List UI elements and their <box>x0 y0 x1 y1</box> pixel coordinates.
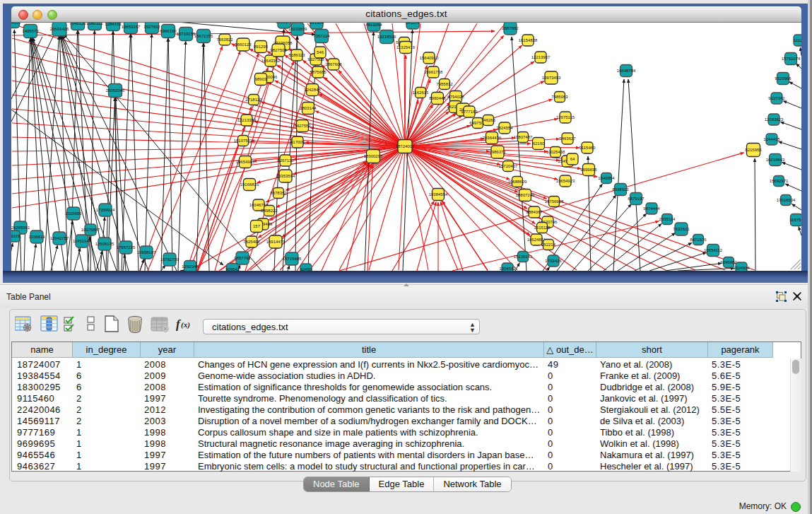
svg-text:9242848: 9242848 <box>304 88 321 92</box>
svg-text:8427552: 8427552 <box>294 124 311 128</box>
svg-text:1292346: 1292346 <box>182 264 199 269</box>
svg-text:10958107: 10958107 <box>137 250 156 255</box>
svg-text:9777169: 9777169 <box>461 110 478 114</box>
svg-text:(x): (x) <box>181 320 190 329</box>
svg-text:16961758: 16961758 <box>424 70 443 74</box>
svg-text:19384554: 19384554 <box>429 192 448 197</box>
svg-text:831304: 831304 <box>310 23 324 25</box>
svg-text:252214: 252214 <box>541 243 556 247</box>
svg-text:12942757: 12942757 <box>50 236 69 240</box>
svg-text:15716485: 15716485 <box>283 257 302 261</box>
svg-text:9463627: 9463627 <box>559 136 576 141</box>
svg-text:16648784: 16648784 <box>617 69 636 73</box>
svg-text:116753: 116753 <box>789 218 801 222</box>
svg-text:5498222: 5498222 <box>261 209 278 213</box>
svg-text:1733426: 1733426 <box>545 259 562 263</box>
svg-text:1156819: 1156819 <box>29 235 46 239</box>
svg-text:2687682: 2687682 <box>502 26 519 30</box>
svg-text:7045120: 7045120 <box>69 23 86 25</box>
svg-text:15720407: 15720407 <box>499 164 518 168</box>
svg-text:12213967: 12213967 <box>531 55 551 59</box>
svg-text:9474444: 9474444 <box>643 206 660 211</box>
svg-text:6966160: 6966160 <box>160 29 177 33</box>
svg-text:1527602: 1527602 <box>143 25 160 29</box>
svg-text:8938923: 8938923 <box>612 187 629 192</box>
svg-text:19756928: 19756928 <box>545 199 564 204</box>
svg-text:1004542: 1004542 <box>499 267 516 271</box>
svg-text:9324504: 9324504 <box>733 266 750 270</box>
svg-text:15692971: 15692971 <box>770 179 789 183</box>
svg-text:1640954: 1640954 <box>598 176 615 180</box>
svg-text:7632621: 7632621 <box>673 227 690 231</box>
svg-text:7955812: 7955812 <box>436 82 453 86</box>
svg-text:9227342: 9227342 <box>768 96 785 100</box>
svg-text:39119: 39119 <box>11 234 20 238</box>
svg-text:16914479: 16914479 <box>266 240 286 244</box>
svg-text:104107: 104107 <box>11 23 22 25</box>
svg-text:1003175: 1003175 <box>276 23 293 24</box>
svg-text:12505135: 12505135 <box>95 242 114 246</box>
svg-text:9657791: 9657791 <box>234 256 251 260</box>
svg-text:9245652: 9245652 <box>720 260 737 264</box>
svg-text:16210643: 16210643 <box>766 158 785 162</box>
svg-text:7357224: 7357224 <box>313 34 330 38</box>
svg-text:9699695: 9699695 <box>580 168 597 172</box>
svg-text:64: 64 <box>570 157 575 161</box>
svg-text:10975887: 10975887 <box>81 228 100 232</box>
svg-text:16154838: 16154838 <box>519 38 538 42</box>
svg-text:16543362: 16543362 <box>261 59 281 63</box>
svg-text:12093823: 12093823 <box>765 117 784 122</box>
svg-text:19166825: 19166825 <box>240 182 259 187</box>
svg-text:417006: 417006 <box>290 140 305 144</box>
svg-text:17359924: 17359924 <box>96 208 115 212</box>
svg-text:11325419: 11325419 <box>396 45 416 49</box>
svg-text:20691406: 20691406 <box>50 27 69 31</box>
svg-text:8813054: 8813054 <box>365 23 382 27</box>
svg-text:157: 157 <box>253 224 261 228</box>
svg-text:16671355: 16671355 <box>194 34 213 38</box>
svg-text:17016504: 17016504 <box>777 198 796 202</box>
svg-text:92450: 92450 <box>300 267 312 271</box>
svg-text:9115460: 9115460 <box>579 146 596 150</box>
svg-text:18724007: 18724007 <box>396 144 415 148</box>
svg-text:19654923: 19654923 <box>556 179 575 183</box>
svg-text:9827503: 9827503 <box>270 48 287 52</box>
svg-text:10973493: 10973493 <box>542 76 561 80</box>
svg-text:3624554: 3624554 <box>496 126 513 130</box>
svg-text:1615112: 1615112 <box>534 226 551 230</box>
svg-text:8990448: 8990448 <box>429 96 446 100</box>
svg-text:16107552: 16107552 <box>234 139 253 143</box>
svg-text:7485063: 7485063 <box>551 95 568 99</box>
svg-text:10807487: 10807487 <box>514 135 533 139</box>
svg-text:10654112: 10654112 <box>704 248 723 252</box>
svg-text:909542: 909542 <box>225 267 240 271</box>
svg-text:2935114: 2935114 <box>659 217 676 221</box>
svg-text:7625402: 7625402 <box>243 240 260 244</box>
svg-text:10653267: 10653267 <box>122 25 141 29</box>
svg-text:891295: 891295 <box>254 45 269 49</box>
svg-text:10688609: 10688609 <box>508 180 527 184</box>
svg-text:5875685: 5875685 <box>310 70 326 74</box>
svg-text:2803144: 2803144 <box>300 106 317 110</box>
svg-text:11451944: 11451944 <box>73 239 92 243</box>
svg-text:10025438: 10025438 <box>546 150 565 154</box>
svg-text:7986372: 7986372 <box>489 150 506 154</box>
svg-text:6879197: 6879197 <box>628 197 645 201</box>
svg-text:18807249: 18807249 <box>516 193 535 197</box>
svg-text:62160: 62160 <box>533 141 545 146</box>
svg-text:1080312: 1080312 <box>86 23 103 25</box>
svg-text:8660123: 8660123 <box>235 42 252 47</box>
svg-text:8267130: 8267130 <box>277 158 294 163</box>
svg-text:18300293: 18300293 <box>364 154 383 158</box>
svg-text:98903: 98903 <box>255 77 267 81</box>
svg-text:546: 546 <box>317 50 324 54</box>
svg-text:1162615: 1162615 <box>413 90 430 95</box>
svg-text:1244415: 1244415 <box>763 137 780 141</box>
svg-text:11123: 11123 <box>794 38 801 42</box>
svg-text:8471676: 8471676 <box>690 238 707 242</box>
svg-text:26053346: 26053346 <box>106 88 125 93</box>
svg-text:10719155: 10719155 <box>177 32 196 36</box>
svg-text:8186323: 8186323 <box>288 53 305 57</box>
svg-text:26265061: 26265061 <box>11 226 30 230</box>
svg-text:12975115: 12975115 <box>556 115 575 119</box>
